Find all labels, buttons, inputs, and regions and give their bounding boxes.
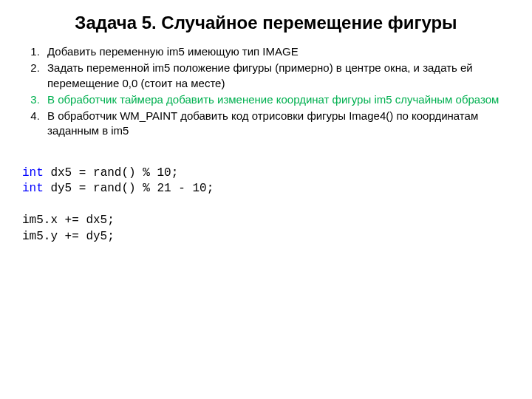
task-list: Добавить переменную im5 имеющую тип IMAG… xyxy=(18,44,514,139)
code-line: dy5 = rand() % 21 - 10; xyxy=(44,182,214,195)
code-snippet: int dx5 = rand() % 10; int dy5 = rand() … xyxy=(22,166,514,245)
list-item: В обработчик WM_PAINT добавить код отрис… xyxy=(43,109,514,139)
keyword: int xyxy=(22,182,44,195)
list-item: Добавить переменную im5 имеющую тип IMAG… xyxy=(43,44,514,59)
code-line: im5.x += dx5; xyxy=(22,214,115,227)
list-item: Задать переменной im5 положение фигуры (… xyxy=(43,61,514,91)
keyword: int xyxy=(22,166,44,180)
code-line: dx5 = rand() % 10; xyxy=(44,166,178,180)
code-line: im5.y += dy5; xyxy=(22,230,115,243)
list-item-highlighted: В обработчик таймера добавить изменение … xyxy=(43,92,514,107)
slide-title: Задача 5. Случайное перемещение фигуры xyxy=(18,12,514,34)
